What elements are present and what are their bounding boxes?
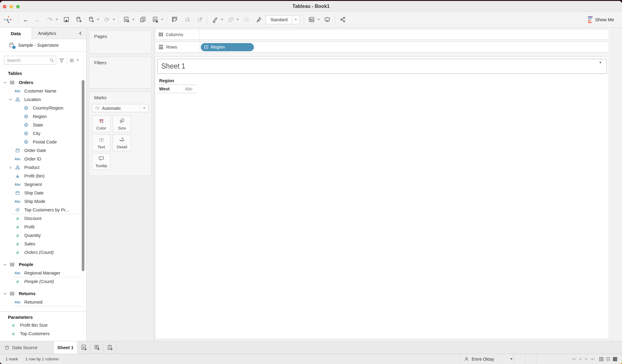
collapse-pane-icon[interactable]	[78, 31, 86, 35]
new-worksheet-button[interactable]	[122, 15, 131, 25]
tab-sheet-1[interactable]: Sheet 1	[54, 341, 77, 354]
revert-menu-caret-icon[interactable]	[56, 19, 58, 20]
field-customer-name[interactable]: Abc Customer Name	[0, 87, 86, 95]
chevron-down-icon[interactable]	[7, 98, 13, 101]
run-update-button[interactable]: ⟳	[102, 15, 111, 25]
pages-card[interactable]: Pages	[89, 30, 152, 54]
first-sheet-icon[interactable]	[572, 357, 576, 361]
sort-descending-button[interactable]	[195, 15, 204, 25]
field-city[interactable]: City	[0, 129, 86, 138]
table-orders[interactable]: Orders	[0, 78, 86, 87]
new-sheet-menu-caret-icon[interactable]	[132, 19, 135, 20]
fix-axes-button[interactable]	[254, 15, 263, 25]
run-update-menu-caret-icon[interactable]	[113, 19, 115, 20]
field-quantity[interactable]: # Quantity	[0, 231, 86, 240]
columns-shelf[interactable]: Columns	[155, 29, 609, 40]
swap-rows-columns-button[interactable]	[170, 15, 179, 25]
cards-menu-caret-icon[interactable]	[317, 19, 320, 20]
user-menu[interactable]: Emre Oktay	[460, 354, 514, 364]
field-discount[interactable]: # Discount	[0, 214, 86, 223]
auto-updates-menu-caret-icon[interactable]	[97, 19, 99, 20]
tab-analytics[interactable]: Analytics	[32, 31, 78, 36]
highlight-menu-caret-icon[interactable]	[221, 19, 223, 20]
sheet-canvas[interactable]: Sheet 1 Region West Abc	[155, 56, 609, 339]
new-worksheet-tab-button[interactable]	[77, 341, 91, 354]
highlight-button[interactable]	[210, 15, 220, 25]
view-options-caret-icon[interactable]	[77, 59, 79, 61]
tooltip-button[interactable]: Tooltip	[92, 153, 111, 170]
parameter-top-customers[interactable]: # Top Customers	[0, 329, 86, 338]
pause-auto-updates-button[interactable]	[87, 15, 96, 25]
data-cell[interactable]: Abc	[181, 85, 197, 93]
chevron-down-icon[interactable]	[2, 81, 8, 84]
view-options-icon[interactable]	[70, 58, 74, 63]
parameter-profit-bin-size[interactable]: # Profit Bin Size	[0, 321, 86, 329]
last-sheet-icon[interactable]	[591, 357, 595, 361]
pill-region[interactable]: Region	[201, 43, 254, 51]
mark-type-caret-icon[interactable]	[140, 104, 148, 112]
group-members-button[interactable]	[226, 15, 235, 25]
chevron-down-icon[interactable]	[2, 292, 8, 295]
detail-button[interactable]: Detail	[113, 134, 131, 151]
clear-sheet-button[interactable]	[151, 15, 160, 25]
color-button[interactable]: Color	[92, 116, 111, 132]
tab-data-source[interactable]: Data Source	[0, 341, 54, 354]
fit-selector[interactable]: Standard	[266, 15, 300, 24]
table-people[interactable]: People	[0, 260, 86, 269]
show-sheet-sorter-icon[interactable]	[599, 357, 603, 361]
show-tabs-icon[interactable]	[613, 357, 617, 361]
field-location[interactable]: Location	[0, 95, 86, 104]
rows-shelf[interactable]: Rows Region	[155, 42, 609, 52]
group-menu-caret-icon[interactable]	[237, 19, 239, 20]
field-country-region[interactable]: Country/Region	[0, 104, 86, 112]
show-hide-cards-button[interactable]	[307, 15, 316, 25]
sort-ascending-button[interactable]	[183, 15, 192, 25]
chevron-down-icon[interactable]	[2, 263, 8, 266]
redo-button[interactable]: →	[32, 15, 41, 25]
table-returns[interactable]: Returns	[0, 289, 86, 298]
search-input[interactable]	[4, 56, 56, 65]
datasource-row[interactable]: ✓ Sample - Superstore	[0, 39, 86, 52]
tab-data[interactable]: Data	[0, 28, 32, 39]
show-me-button[interactable]: Show Me	[588, 16, 614, 23]
field-order-id[interactable]: Abc Order ID	[0, 155, 86, 163]
new-data-source-button[interactable]	[74, 15, 83, 25]
field-order-date[interactable]: Order Date	[0, 146, 86, 155]
sheet-title-bar[interactable]: Sheet 1	[157, 59, 607, 74]
field-people-count[interactable]: # People (Count)	[0, 277, 86, 286]
field-profit[interactable]: # Profit	[0, 223, 86, 231]
filter-fields-icon[interactable]	[59, 58, 64, 63]
field-profit-bin[interactable]: Profit (bin)	[0, 172, 86, 180]
field-sales[interactable]: # Sales	[0, 240, 86, 248]
field-top-customers-set[interactable]: Top Customers by Pr...	[0, 206, 86, 214]
field-regional-manager[interactable]: Abc Regional Manager	[0, 269, 86, 277]
field-ship-date[interactable]: Ship Date	[0, 189, 86, 197]
field-product[interactable]: Product	[0, 163, 86, 172]
field-region[interactable]: Region	[0, 112, 86, 121]
filters-card[interactable]: Filters	[89, 57, 152, 89]
column-header[interactable]: Region	[157, 77, 179, 85]
save-button[interactable]	[62, 15, 71, 25]
presentation-mode-button[interactable]	[323, 15, 332, 25]
field-orders-count[interactable]: # Orders (Count)	[0, 248, 86, 257]
previous-sheet-icon[interactable]	[578, 357, 582, 361]
size-button[interactable]: Size	[113, 116, 131, 132]
show-filmstrip-icon[interactable]	[606, 357, 610, 361]
new-dashboard-tab-button[interactable]	[91, 341, 104, 354]
field-ship-mode[interactable]: Abc Ship Mode	[0, 197, 86, 206]
row-header[interactable]: West	[157, 85, 179, 93]
rows-shelf-content[interactable]: Region	[200, 43, 609, 51]
chevron-right-icon[interactable]	[7, 166, 13, 169]
undo-button[interactable]: ←	[21, 15, 30, 25]
share-workbook-button[interactable]	[338, 15, 347, 25]
field-segment[interactable]: Abc Segment	[0, 180, 86, 189]
clear-sheet-menu-caret-icon[interactable]	[161, 19, 163, 20]
next-sheet-icon[interactable]	[584, 357, 589, 361]
new-story-tab-button[interactable]	[104, 341, 117, 354]
revert-button[interactable]: ↷	[45, 15, 54, 25]
field-postal-code[interactable]: Postal Code	[0, 138, 86, 146]
text-button[interactable]: Text	[92, 134, 111, 151]
sidebar-scrollbar[interactable]	[82, 80, 84, 271]
field-state[interactable]: State	[0, 121, 86, 129]
sheet-title-menu-icon[interactable]	[599, 62, 602, 63]
